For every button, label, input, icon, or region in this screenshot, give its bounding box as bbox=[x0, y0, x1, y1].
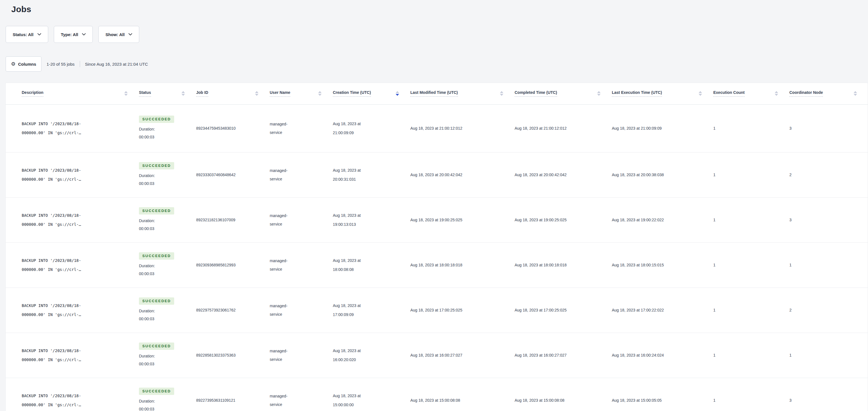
duration-label: Duration: bbox=[139, 125, 196, 133]
column-header-last_execution_time[interactable]: Last Execution Time (UTC) bbox=[612, 83, 713, 104]
completed-time-value: Aug 18, 2023 at 20:00:42:042 bbox=[515, 173, 612, 177]
cell-description: BACKUP INTO '/2023/08/18-000000.00' IN '… bbox=[6, 333, 139, 378]
sort-arrows-icon[interactable] bbox=[500, 91, 503, 96]
last-execution-time-value: Aug 18, 2023 at 17:00:22:022 bbox=[612, 308, 713, 312]
duration-value: 00:00:03 bbox=[139, 225, 196, 233]
cell-user_name: managed-service bbox=[270, 152, 333, 197]
status-filter-dropdown[interactable]: Status: All bbox=[6, 26, 48, 43]
sort-arrows-icon[interactable] bbox=[699, 91, 702, 96]
job-description: BACKUP INTO '/2023/08/18-000000.00' IN '… bbox=[22, 301, 84, 319]
duration-label: Duration: bbox=[139, 172, 196, 180]
cell-creation_time: Aug 18, 2023 at 18:00:08:08 bbox=[333, 242, 410, 288]
cell-job_id: 892297573923061762 bbox=[196, 288, 270, 333]
cell-completed_time: Aug 18, 2023 at 20:00:42:042 bbox=[515, 152, 612, 197]
last-modified-time-value: Aug 18, 2023 at 18:00:18:018 bbox=[410, 263, 515, 267]
cell-coordinator_node: 1 bbox=[789, 333, 868, 378]
coordinator-node-value: 2 bbox=[789, 308, 868, 312]
cell-job_id: 892285813023375363 bbox=[196, 333, 270, 378]
user-name-value: managed-service bbox=[270, 257, 298, 273]
last-modified-time-value: Aug 18, 2023 at 19:00:25:025 bbox=[410, 217, 515, 222]
column-header-label: User Name bbox=[270, 90, 290, 97]
cell-job_id: 892321182136107009 bbox=[196, 197, 270, 242]
duration-label: Duration: bbox=[139, 397, 196, 405]
sort-arrows-icon[interactable] bbox=[124, 91, 128, 96]
coordinator-node-value: 3 bbox=[789, 126, 868, 130]
completed-time-value: Aug 18, 2023 at 17:00:25:025 bbox=[515, 308, 612, 312]
sort-arrows-icon[interactable] bbox=[182, 91, 185, 96]
job-id-value: 892333037460848642 bbox=[196, 173, 270, 177]
cell-user_name: managed-service bbox=[270, 378, 333, 411]
column-header-completed_time[interactable]: Completed Time (UTC) bbox=[515, 83, 612, 104]
cell-description: BACKUP INTO '/2023/08/18-000000.00' IN '… bbox=[6, 378, 139, 411]
status-badge: SUCCEEDED bbox=[139, 116, 174, 123]
cell-creation_time: Aug 18, 2023 at 15:00:00:00 bbox=[333, 378, 410, 411]
status-badge: SUCCEEDED bbox=[139, 252, 174, 260]
cell-last_modified_time: Aug 18, 2023 at 16:00:27:027 bbox=[410, 333, 515, 378]
job-description: BACKUP INTO '/2023/08/18-000000.00' IN '… bbox=[22, 391, 84, 409]
show-filter-label: Show: All bbox=[105, 32, 125, 37]
last-execution-time-value: Aug 18, 2023 at 20:00:38:038 bbox=[612, 173, 713, 177]
duration-value: 00:00:03 bbox=[139, 270, 196, 278]
type-filter-dropdown[interactable]: Type: All bbox=[54, 26, 93, 43]
type-filter-label: Type: All bbox=[61, 32, 79, 37]
job-id-value: 892309368985812993 bbox=[196, 263, 270, 267]
cell-last_execution_time: Aug 18, 2023 at 16:00:24:024 bbox=[612, 333, 713, 378]
execution-count-value: 1 bbox=[713, 217, 789, 222]
cell-last_execution_time: Aug 18, 2023 at 21:00:09:09 bbox=[612, 104, 713, 152]
creation-time-value: Aug 18, 2023 at 16:00:20:020 bbox=[333, 346, 376, 364]
job-description: BACKUP INTO '/2023/08/18-000000.00' IN '… bbox=[22, 119, 84, 137]
creation-time-value: Aug 18, 2023 at 17:00:09:09 bbox=[333, 301, 376, 319]
cell-coordinator_node: 3 bbox=[789, 104, 868, 152]
completed-time-value: Aug 18, 2023 at 15:00:08:08 bbox=[515, 398, 612, 403]
status-badge: SUCCEEDED bbox=[139, 207, 174, 214]
cell-last_execution_time: Aug 18, 2023 at 19:00:22:022 bbox=[612, 197, 713, 242]
last-execution-time-value: Aug 18, 2023 at 21:00:09:09 bbox=[612, 126, 713, 130]
completed-time-value: Aug 18, 2023 at 19:00:25:025 bbox=[515, 217, 612, 222]
sort-arrows-icon[interactable] bbox=[854, 91, 857, 96]
column-header-label: Job ID bbox=[196, 90, 208, 97]
cell-creation_time: Aug 18, 2023 at 16:00:20:020 bbox=[333, 333, 410, 378]
status-badge: SUCCEEDED bbox=[139, 162, 174, 169]
column-header-user_name[interactable]: User Name bbox=[270, 83, 333, 104]
column-header-last_modified_time[interactable]: Last Modified Time (UTC) bbox=[410, 83, 515, 104]
table-row: BACKUP INTO '/2023/08/18-000000.00' IN '… bbox=[6, 152, 868, 197]
last-execution-time-value: Aug 18, 2023 at 19:00:22:022 bbox=[612, 217, 713, 222]
sort-arrows-icon[interactable] bbox=[255, 91, 258, 96]
user-name-value: managed-service bbox=[270, 302, 298, 319]
page-title: Jobs bbox=[11, 4, 31, 14]
completed-time-value: Aug 18, 2023 at 18:00:18:018 bbox=[515, 263, 612, 267]
last-modified-time-value: Aug 18, 2023 at 21:00:12:012 bbox=[410, 126, 515, 130]
status-badge: SUCCEEDED bbox=[139, 388, 174, 395]
cell-description: BACKUP INTO '/2023/08/18-000000.00' IN '… bbox=[6, 197, 139, 242]
show-filter-dropdown[interactable]: Show: All bbox=[98, 26, 139, 43]
cell-creation_time: Aug 18, 2023 at 21:00:09:09 bbox=[333, 104, 410, 152]
job-description: BACKUP INTO '/2023/08/18-000000.00' IN '… bbox=[22, 166, 84, 184]
sort-arrows-icon[interactable] bbox=[775, 91, 778, 96]
table-row: BACKUP INTO '/2023/08/18-000000.00' IN '… bbox=[6, 104, 868, 152]
column-header-status[interactable]: Status bbox=[139, 83, 196, 104]
table-row: BACKUP INTO '/2023/08/18-000000.00' IN '… bbox=[6, 288, 868, 333]
creation-time-value: Aug 18, 2023 at 19:00:13:013 bbox=[333, 211, 376, 229]
cell-user_name: managed-service bbox=[270, 333, 333, 378]
column-header-description[interactable]: Description bbox=[6, 83, 139, 104]
column-header-job_id[interactable]: Job ID bbox=[196, 83, 270, 104]
columns-button[interactable]: ⚙ Columns bbox=[6, 56, 41, 71]
column-header-creation_time[interactable]: Creation Time (UTC) bbox=[333, 83, 410, 104]
coordinator-node-value: 3 bbox=[789, 217, 868, 222]
cell-status: SUCCEEDEDDuration:00:00:03 bbox=[139, 197, 196, 242]
job-id-value: 892297573923061762 bbox=[196, 308, 270, 312]
cell-description: BACKUP INTO '/2023/08/18-000000.00' IN '… bbox=[6, 288, 139, 333]
cell-last_execution_time: Aug 18, 2023 at 17:00:22:022 bbox=[612, 288, 713, 333]
sort-arrows-icon[interactable] bbox=[396, 91, 399, 96]
cell-execution_count: 1 bbox=[713, 378, 789, 411]
sort-arrows-icon[interactable] bbox=[597, 91, 600, 96]
column-header-coordinator_node[interactable]: Coordinator Node bbox=[789, 83, 868, 104]
column-header-execution_count[interactable]: Execution Count bbox=[713, 83, 789, 104]
duration-value: 00:00:03 bbox=[139, 133, 196, 141]
cell-description: BACKUP INTO '/2023/08/18-000000.00' IN '… bbox=[6, 242, 139, 288]
cell-completed_time: Aug 18, 2023 at 21:00:12:012 bbox=[515, 104, 612, 152]
execution-count-value: 1 bbox=[713, 126, 789, 130]
cell-user_name: managed-service bbox=[270, 288, 333, 333]
cell-status: SUCCEEDEDDuration:00:00:03 bbox=[139, 333, 196, 378]
sort-arrows-icon[interactable] bbox=[318, 91, 321, 96]
